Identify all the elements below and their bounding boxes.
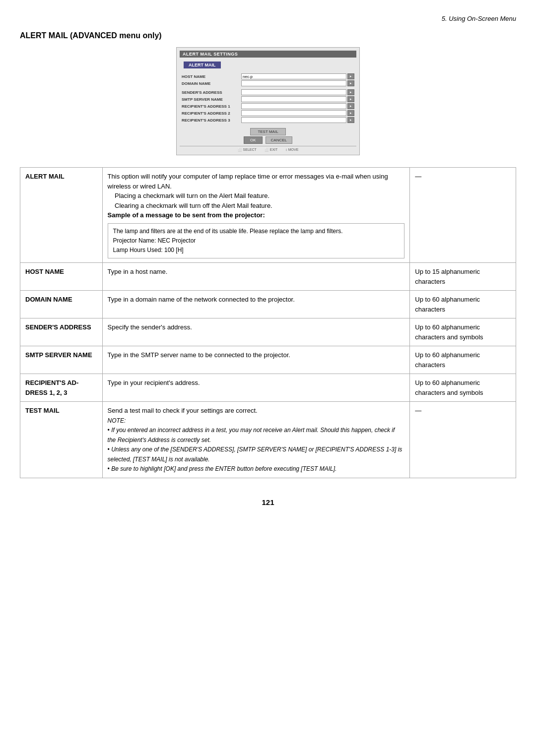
menu-ok-button[interactable]: OK — [244, 136, 263, 144]
menu-smtp-server-row: SMTP SERVER NAME ▸ — [180, 96, 356, 102]
menu-domain-name-input[interactable] — [241, 80, 346, 86]
alert-mail-sample-box: The lamp and filters are at the end of i… — [108, 223, 405, 259]
menu-recipient-2-row: RECIPIENT'S ADDRESS 2 ▸ — [180, 110, 356, 116]
sample-line-3: Lamp Hours Used: 100 [H] — [113, 247, 184, 253]
menu-recipient-1-arrow[interactable]: ▸ — [347, 103, 354, 109]
domain-name-constraint: Up to 60 alphanumeric characters — [410, 291, 516, 318]
senders-address-constraint: Up to 60 alphanumeric characters and sym… — [410, 318, 516, 346]
menu-domain-name-arrow[interactable]: ▸ — [347, 80, 354, 86]
host-name-constraint: Up to 15 alphanumeric characters — [410, 263, 516, 291]
table-row-recipients-address: RECIPIENT'S AD­DRESS 1, 2, 3 Type in you… — [20, 374, 516, 402]
menu-host-name-arrow[interactable]: ▸ — [347, 73, 354, 79]
alert-mail-sample-title: Sample of a message to be sent from the … — [108, 211, 265, 219]
menu-domain-name-row: DOMAIN NAME ▸ — [180, 80, 356, 86]
menu-senders-address-input[interactable] — [241, 89, 346, 95]
table-row-test-mail: TEST MAIL Send a test mail to check if y… — [20, 402, 516, 478]
menu-footer-exit: ⬜ EXIT — [265, 148, 278, 152]
reference-table: ALERT MAIL This option will notify your … — [20, 167, 516, 478]
test-mail-label: TEST MAIL — [20, 402, 103, 478]
menu-test-mail-button[interactable]: TEST MAIL — [250, 128, 285, 135]
menu-recipient-1-input[interactable] — [241, 103, 346, 109]
domain-name-description: Type in a domain name of the network con… — [102, 291, 410, 318]
domain-name-label: DOMAIN NAME — [20, 291, 103, 318]
test-mail-note-2: • Unless any one of the [SENDER'S ADDRES… — [108, 446, 402, 463]
alert-mail-text-1: This option will notify your computer of… — [108, 173, 388, 190]
recipients-address-label: RECIPIENT'S AD­DRESS 1, 2, 3 — [20, 374, 103, 402]
test-mail-description: Send a test mail to check if your settin… — [102, 402, 410, 478]
smtp-server-constraint: Up to 60 alphanumeric characters — [410, 346, 516, 374]
menu-host-name-input[interactable]: nec-p — [241, 73, 346, 79]
recipients-address-text: Type in your recipient's address. — [108, 379, 200, 386]
menu-host-name-row: HOST NAME nec-p ▸ — [180, 73, 356, 79]
table-row-senders-address: SENDER'S AD­DRESS Specify the sender's a… — [20, 318, 516, 346]
menu-screenshot: ALERT MAIL SETTINGS ALERT MAIL HOST NAME… — [176, 47, 360, 155]
menu-smtp-server-label: SMTP SERVER NAME — [182, 97, 241, 102]
alert-mail-text-3: Clearing a checkmark will turn off the A… — [108, 202, 272, 209]
alert-mail-label: ALERT MAIL — [20, 168, 103, 263]
menu-smtp-server-input[interactable] — [241, 96, 346, 102]
menu-recipient-2-input[interactable] — [241, 110, 346, 116]
menu-title-bar: ALERT MAIL SETTINGS — [180, 51, 356, 58]
test-mail-note-3: • Be sure to highlight [OK] and press th… — [108, 465, 337, 472]
alert-mail-description: This option will notify your computer of… — [102, 168, 410, 263]
alert-mail-constraint: — — [410, 168, 516, 263]
section-title: ALERT MAIL (ADVANCED menu only) — [20, 31, 516, 40]
menu-domain-name-label: DOMAIN NAME — [182, 81, 241, 86]
senders-address-label: SENDER'S AD­DRESS — [20, 318, 103, 346]
header-text: 5. Using On-Screen Menu — [442, 15, 516, 22]
host-name-text: Type in a host name. — [108, 268, 168, 275]
menu-cancel-button[interactable]: CANCEL — [266, 136, 292, 144]
menu-recipient-3-arrow[interactable]: ▸ — [347, 117, 354, 123]
test-mail-text: Send a test mail to check if your settin… — [108, 407, 258, 414]
table-row-host-name: HOST NAME Type in a host name. Up to 15 … — [20, 263, 516, 291]
senders-address-description: Specify the sender's address. — [102, 318, 410, 346]
recipients-address-description: Type in your recipient's address. — [102, 374, 410, 402]
menu-smtp-server-arrow[interactable]: ▸ — [347, 96, 354, 102]
menu-recipient-3-input[interactable] — [241, 117, 346, 123]
smtp-server-description: Type in the SMTP server name to be conne… — [102, 346, 410, 374]
menu-senders-address-row: SENDER'S ADDRESS ▸ — [180, 89, 356, 95]
table-row-alert-mail: ALERT MAIL This option will notify your … — [20, 168, 516, 263]
test-mail-constraint: — — [410, 402, 516, 478]
menu-senders-address-label: SENDER'S ADDRESS — [182, 90, 241, 95]
menu-footer-select: ⬜ SELECT — [238, 148, 257, 152]
menu-recipient-1-row: RECIPIENT'S ADDRESS 1 ▸ — [180, 103, 356, 109]
alert-mail-text-2: Placing a checkmark will turn on the Ale… — [108, 192, 270, 199]
menu-senders-address-arrow[interactable]: ▸ — [347, 89, 354, 95]
test-mail-note-label: NOTE: — [108, 417, 126, 424]
menu-recipient-3-label: RECIPIENT'S ADDRESS 3 — [182, 118, 241, 123]
smtp-server-text: Type in the SMTP server name to be conne… — [108, 351, 290, 359]
domain-name-text: Type in a domain name of the network con… — [108, 296, 295, 303]
menu-host-name-label: HOST NAME — [182, 74, 241, 79]
senders-address-text: Specify the sender's address. — [108, 323, 192, 331]
menu-recipient-3-row: RECIPIENT'S ADDRESS 3 ▸ — [180, 117, 356, 123]
sample-line-2: Projector Name: NEC Projector — [113, 237, 196, 244]
host-name-label: HOST NAME — [20, 263, 103, 291]
table-row-domain-name: DOMAIN NAME Type in a domain name of the… — [20, 291, 516, 318]
smtp-server-label: SMTP SERVER NAME — [20, 346, 103, 374]
page-header: 5. Using On-Screen Menu — [20, 15, 516, 22]
menu-recipient-2-label: RECIPIENT'S ADDRESS 2 — [182, 111, 241, 116]
test-mail-note-1: • If you entered an incorrect address in… — [108, 427, 395, 443]
table-row-smtp-server: SMTP SERVER NAME Type in the SMTP server… — [20, 346, 516, 374]
menu-recipient-2-arrow[interactable]: ▸ — [347, 110, 354, 116]
page-number: 121 — [20, 498, 516, 506]
recipients-address-constraint: Up to 60 alphanumeric characters and sym… — [410, 374, 516, 402]
sample-line-1: The lamp and filters are at the end of i… — [113, 228, 343, 235]
menu-footer-move: ↕ MOVE — [285, 148, 298, 152]
host-name-description: Type in a host name. — [102, 263, 410, 291]
menu-recipient-1-label: RECIPIENT'S ADDRESS 1 — [182, 104, 241, 109]
menu-alert-mail-button[interactable]: ALERT MAIL — [184, 62, 221, 68]
menu-footer: ⬜ SELECT ⬜ EXIT ↕ MOVE — [180, 146, 356, 152]
